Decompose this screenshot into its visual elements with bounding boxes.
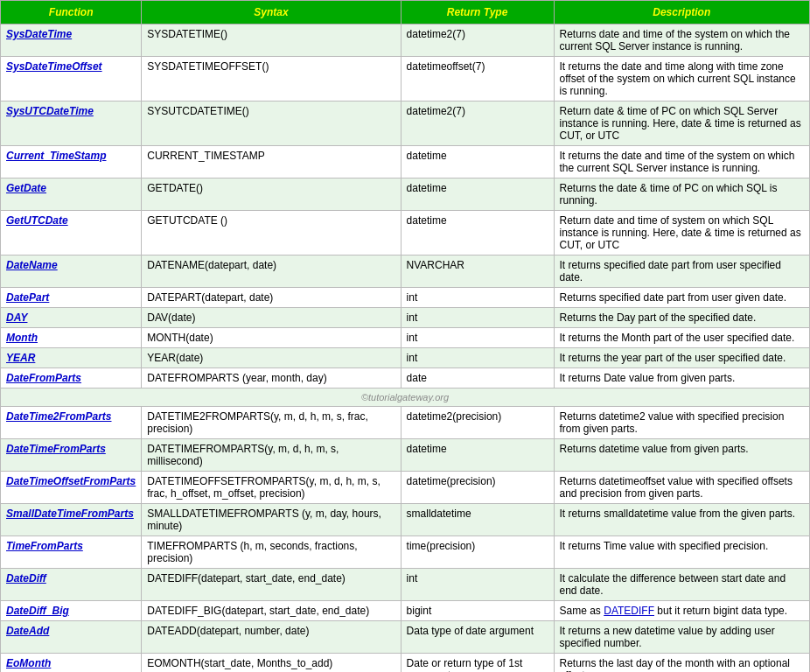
function-link[interactable]: DatePart [6, 291, 49, 304]
return-type-cell: int [401, 348, 554, 368]
function-cell: DateDiff [1, 569, 142, 601]
function-cell: DateDiff_Big [1, 601, 142, 621]
description-cell: Returns the date & time of PC on which S… [554, 178, 809, 211]
watermark-row: ©tutorialgateway.org [1, 388, 810, 407]
function-link[interactable]: Current_TimeStamp [6, 150, 106, 162]
syntax-cell: DATETIMEFROMPARTS(y, m, d, h, m, s, mill… [142, 439, 401, 472]
function-link[interactable]: DateTime2FromParts [6, 410, 112, 423]
table-row: MonthMONTH(date)intIt returns the Month … [1, 328, 810, 348]
function-link[interactable]: EoMonth [6, 657, 51, 669]
main-table: Function Syntax Return Type Description … [0, 0, 810, 672]
table-row: GetDateGETDATE()datetimeReturns the date… [1, 178, 810, 211]
description-cell: Same as DATEDIFF but it return bigint da… [554, 601, 809, 621]
syntax-cell: DAV(date) [142, 308, 401, 328]
description-cell: It returns the year part of the user spe… [554, 348, 809, 368]
syntax-cell: DATEDIFF(datepart, start_date, end_date) [142, 569, 401, 601]
table-row: DateFromPartsDATEFROMPARTS (year, month,… [1, 368, 810, 388]
function-link[interactable]: DateName [6, 259, 58, 271]
return-type-cell: int [401, 569, 554, 601]
return-type-cell: Data type of date argument [401, 621, 554, 654]
syntax-cell: CURRENT_TIMESTAMP [142, 146, 401, 178]
function-cell: SysDateTime [1, 24, 142, 57]
table-row: YEARYEAR(date)intIt returns the year par… [1, 348, 810, 368]
header-description: Description [554, 1, 809, 24]
function-cell: SysUTCDateTime [1, 102, 142, 146]
function-link[interactable]: DateTimeOffsetFromParts [6, 475, 136, 487]
function-link[interactable]: YEAR [6, 352, 35, 364]
function-link[interactable]: DateTimeFromParts [6, 443, 106, 455]
function-link[interactable]: DateFromParts [6, 372, 81, 384]
table-row: EoMonthEOMONTH(start_date, Months_to_add… [1, 654, 810, 673]
description-cell: Returns the last day of the month with a… [554, 654, 809, 673]
return-type-cell: bigint [401, 601, 554, 621]
return-type-cell: datetime [401, 211, 554, 256]
syntax-cell: SMALLDATETIMEFROMPARTS (y, m, day, hours… [142, 504, 401, 536]
table-row: GetUTCDateGETUTCDATE ()datetimeReturn da… [1, 211, 810, 256]
syntax-cell: DATEDIFF_BIG(datepart, start_date, end_d… [142, 601, 401, 621]
table-row: SysDateTimeOffsetSYSDATETIMEOFFSET()date… [1, 57, 810, 102]
syntax-cell: MONTH(date) [142, 328, 401, 348]
function-cell: DateTimeOffsetFromParts [1, 472, 142, 504]
header-return-type: Return Type [401, 1, 554, 24]
function-cell: GetDate [1, 178, 142, 211]
function-cell: DateTimeFromParts [1, 439, 142, 472]
function-link[interactable]: SmallDateTimeFromParts [6, 508, 134, 520]
table-row: DateTimeOffsetFromPartsDATETIMEOFFSETFRO… [1, 472, 810, 504]
syntax-cell: GETUTCDATE () [142, 211, 401, 256]
table-row: SysUTCDateTimeSYSUTCDATETIME()datetime2(… [1, 102, 810, 146]
return-type-cell: int [401, 288, 554, 308]
description-cell: It returns the Month part of the user sp… [554, 328, 809, 348]
description-cell: Returns datetimeoffset value with specif… [554, 472, 809, 504]
function-cell: DateName [1, 256, 142, 288]
description-cell: It returns a new datetime value by addin… [554, 621, 809, 654]
function-cell: DateAdd [1, 621, 142, 654]
table-row: TimeFromPartsTIMEFROMPARTS (h, m, second… [1, 536, 810, 569]
description-cell: Returns datetime2 value with specified p… [554, 407, 809, 439]
function-link[interactable]: GetDate [6, 182, 46, 194]
description-cell: It returns smalldatetime value from the … [554, 504, 809, 536]
function-cell: Current_TimeStamp [1, 146, 142, 178]
function-cell: SmallDateTimeFromParts [1, 504, 142, 536]
description-cell: It returns specified date part from user… [554, 256, 809, 288]
function-cell: DAY [1, 308, 142, 328]
function-link[interactable]: DateDiff [6, 572, 46, 584]
function-link[interactable]: Month [6, 332, 38, 344]
function-link[interactable]: TimeFromParts [6, 540, 83, 552]
function-link[interactable]: DAY [6, 312, 27, 324]
description-cell: It returns the date and time of the syst… [554, 146, 809, 178]
datediff-link[interactable]: DATEDIFF [604, 605, 654, 617]
description-cell: Return date and time of system on which … [554, 211, 809, 256]
function-link[interactable]: DateAdd [6, 625, 49, 637]
function-link[interactable]: SysDateTime [6, 28, 72, 40]
function-cell: GetUTCDate [1, 211, 142, 256]
syntax-cell: SYSDATETIMEOFFSET() [142, 57, 401, 102]
return-type-cell: datetime2(7) [401, 102, 554, 146]
table-row: DateDiff_BigDATEDIFF_BIG(datepart, start… [1, 601, 810, 621]
description-cell: It returns the date and time along with … [554, 57, 809, 102]
description-cell: Returns the Day part of the specified da… [554, 308, 809, 328]
return-type-cell: int [401, 308, 554, 328]
return-type-cell: smalldatetime [401, 504, 554, 536]
syntax-cell: SYSUTCDATETIME() [142, 102, 401, 146]
function-cell: DateFromParts [1, 368, 142, 388]
syntax-cell: GETDATE() [142, 178, 401, 211]
table-row: SysDateTimeSYSDATETIME()datetime2(7)Retu… [1, 24, 810, 57]
return-type-cell: datetime(precision) [401, 472, 554, 504]
return-type-cell: NVARCHAR [401, 256, 554, 288]
description-cell: Returns datetime value from given parts. [554, 439, 809, 472]
syntax-cell: TIMEFROMPARTS (h, m, seconds, fractions,… [142, 536, 401, 569]
return-type-cell: Date or return type of 1st argument [401, 654, 554, 673]
description-cell: Returns specified date part from user gi… [554, 288, 809, 308]
function-link[interactable]: SysDateTimeOffset [6, 60, 102, 73]
function-link[interactable]: DateDiff_Big [6, 605, 69, 617]
table-row: DatePartDATEPART(datepart, date)intRetur… [1, 288, 810, 308]
syntax-cell: YEAR(date) [142, 348, 401, 368]
function-link[interactable]: SysUTCDateTime [6, 105, 94, 117]
function-link[interactable]: GetUTCDate [6, 214, 68, 227]
watermark-cell: ©tutorialgateway.org [1, 388, 810, 407]
syntax-cell: EOMONTH(start_date, Months_to_add) [142, 654, 401, 673]
syntax-cell: DATETIMEOFFSETFROMPARTS(y, m, d, h, m, s… [142, 472, 401, 504]
table-row: DateAddDATEADD(datepart, number, date)Da… [1, 621, 810, 654]
description-cell: Returns date and time of the system on w… [554, 24, 809, 57]
function-cell: DatePart [1, 288, 142, 308]
